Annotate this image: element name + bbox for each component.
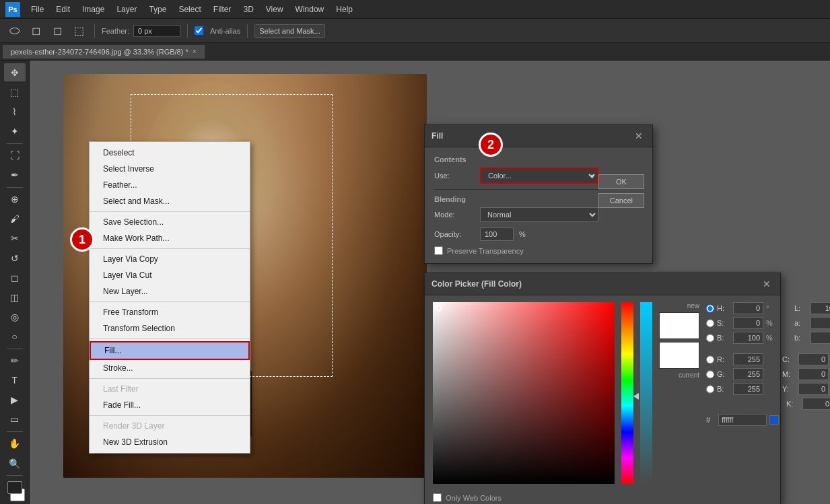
ctx-new-3d-extrusion[interactable]: New 3D Extrusion: [90, 434, 250, 450]
fill-dialog-close[interactable]: ✕: [632, 129, 646, 143]
tab-close-button[interactable]: ×: [193, 48, 197, 55]
document-tab[interactable]: pexels-esther-234072-746496.jpg @ 33.3% …: [3, 45, 205, 59]
b-radio[interactable]: [706, 334, 714, 343]
tool-separator-4: [7, 431, 23, 432]
menu-image[interactable]: Image: [77, 3, 110, 16]
menu-window[interactable]: Window: [290, 3, 330, 16]
k-label: K:: [786, 400, 800, 408]
eraser-tool[interactable]: ◻: [4, 268, 26, 287]
y-input[interactable]: [798, 383, 829, 395]
ctx-layer-via-cut[interactable]: Layer Via Cut: [90, 267, 250, 283]
ctx-separator-1: [90, 211, 250, 212]
g-radio[interactable]: [706, 370, 714, 379]
b2-radio[interactable]: [706, 385, 714, 394]
c-input[interactable]: [798, 353, 829, 365]
ctx-select-inverse[interactable]: Select Inverse: [90, 161, 250, 177]
b2-input[interactable]: [733, 383, 763, 395]
r-input[interactable]: [733, 353, 763, 365]
crop-tool[interactable]: ⛶: [4, 146, 26, 164]
b-input[interactable]: [733, 332, 763, 344]
dodge-tool[interactable]: ○: [4, 328, 26, 346]
use-select[interactable]: Color...: [481, 169, 597, 182]
r-radio[interactable]: [706, 355, 714, 364]
menu-filter[interactable]: Filter: [208, 3, 237, 16]
type-tool[interactable]: T: [4, 371, 26, 390]
zoom-tool[interactable]: 🔍: [4, 454, 26, 472]
a-input[interactable]: [810, 317, 830, 329]
ctx-new-layer[interactable]: New Layer...: [90, 283, 250, 299]
color-swatch-new[interactable]: [659, 312, 699, 339]
fill-cancel-button[interactable]: Cancel: [598, 193, 644, 208]
color-gradient-picker[interactable]: [433, 302, 615, 484]
main-layout: ✥ ⬚ ⌇ ✦ ⛶ ✒ ⊕ 🖌 ✂ ↺ ◻ ◫ ◎ ○ ✏ T ▶ ▭ ✋ 🔍: [0, 61, 830, 504]
mode-select[interactable]: Normal: [480, 207, 598, 222]
ctx-transform-selection[interactable]: Transform Selection: [90, 320, 250, 336]
marquee-tool[interactable]: ⬚: [4, 83, 26, 101]
ctx-free-transform[interactable]: Free Transform: [90, 304, 250, 320]
ctx-save-selection[interactable]: Save Selection...: [90, 214, 250, 230]
ctx-feather[interactable]: Feather...: [90, 177, 250, 193]
hue-slider[interactable]: [621, 302, 633, 484]
magic-wand-tool[interactable]: ✦: [4, 122, 26, 140]
gradient-tool[interactable]: ◫: [4, 288, 26, 306]
feather-input[interactable]: [133, 25, 180, 37]
antialias-label: Anti-alias: [210, 27, 240, 35]
move-tool[interactable]: ✥: [4, 63, 26, 81]
marquee-option-3[interactable]: ◻: [48, 22, 66, 40]
preserve-transparency-checkbox[interactable]: [434, 246, 443, 255]
opacity-input[interactable]: [480, 227, 514, 241]
alpha-slider[interactable]: [640, 302, 652, 484]
g-input[interactable]: [733, 368, 763, 380]
menu-select[interactable]: Select: [173, 3, 206, 16]
healing-brush-tool[interactable]: ⊕: [4, 190, 26, 209]
ctx-separator-6: [90, 415, 250, 416]
use-select-wrapper: Color... ▾: [480, 168, 598, 184]
ctx-fill[interactable]: Fill...: [90, 341, 250, 360]
fill-dialog: Fill ✕ 2 Contents Use: Color... ▾ Blendi…: [424, 124, 653, 264]
menu-help[interactable]: Help: [331, 3, 358, 16]
blur-tool[interactable]: ◎: [4, 308, 26, 326]
l-input[interactable]: [810, 302, 830, 314]
marquee-tool-option[interactable]: ⬭: [5, 22, 23, 40]
h-input[interactable]: [733, 302, 763, 314]
hand-tool[interactable]: ✋: [4, 435, 26, 453]
ctx-make-work-path[interactable]: Make Work Path...: [90, 230, 250, 246]
hex-input[interactable]: [718, 414, 767, 426]
m-input[interactable]: [798, 368, 829, 380]
ctx-deselect[interactable]: Deselect: [90, 145, 250, 161]
path-selection-tool[interactable]: ▶: [4, 391, 26, 409]
ctx-separator-4: [90, 338, 250, 339]
marquee-option-2[interactable]: ◻: [27, 22, 44, 40]
marquee-option-4[interactable]: ⬚: [70, 22, 88, 40]
s-radio[interactable]: [706, 319, 714, 328]
ctx-stroke[interactable]: Stroke...: [90, 360, 250, 376]
fill-ok-button[interactable]: OK: [598, 174, 644, 189]
s-input[interactable]: [733, 317, 763, 329]
pen-tool[interactable]: ✏: [4, 352, 26, 370]
menu-edit[interactable]: Edit: [50, 3, 75, 16]
menu-file[interactable]: File: [26, 3, 49, 16]
history-brush-tool[interactable]: ↺: [4, 249, 26, 267]
ctx-fade-fill[interactable]: Fade Fill...: [90, 397, 250, 413]
only-web-colors-checkbox[interactable]: [433, 493, 442, 502]
select-and-mask-button[interactable]: Select and Mask...: [254, 24, 325, 38]
menu-type[interactable]: Type: [143, 3, 172, 16]
ctx-layer-via-copy[interactable]: Layer Via Copy: [90, 251, 250, 267]
lasso-tool[interactable]: ⌇: [4, 102, 26, 120]
antialias-checkbox[interactable]: [195, 26, 203, 35]
k-input[interactable]: [802, 398, 830, 410]
eyedropper-tool[interactable]: ✒: [4, 166, 26, 184]
ctx-select-mask[interactable]: Select and Mask...: [90, 193, 250, 209]
menu-view[interactable]: View: [261, 3, 289, 16]
menu-3d[interactable]: 3D: [238, 3, 258, 16]
hue-arrow: [633, 393, 639, 400]
clone-stamp-tool[interactable]: ✂: [4, 229, 26, 248]
color-picker-close[interactable]: ✕: [760, 277, 773, 291]
h-radio[interactable]: [706, 304, 714, 313]
menu-layer[interactable]: Layer: [111, 3, 142, 16]
b3-input[interactable]: [810, 332, 830, 344]
shape-tool[interactable]: ▭: [4, 410, 26, 429]
foreground-color[interactable]: [7, 481, 22, 494]
color-swatch-current[interactable]: [659, 342, 699, 369]
brush-tool[interactable]: 🖌: [4, 210, 26, 228]
